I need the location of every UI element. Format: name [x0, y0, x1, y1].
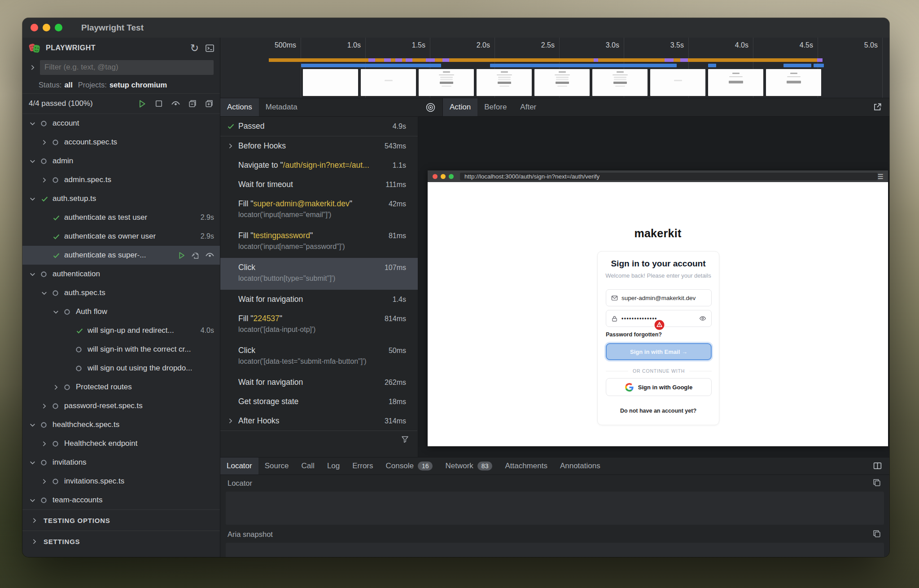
detail-tab-action[interactable]: Action	[443, 98, 477, 116]
chevron-down-icon[interactable]	[40, 289, 52, 297]
pick-locator-button[interactable]	[418, 98, 443, 116]
tree-item[interactable]: team-accounts	[22, 491, 220, 510]
film-strip-frame[interactable]	[303, 69, 358, 96]
chevron-right-icon[interactable]	[40, 478, 52, 485]
chevron-right-icon[interactable]	[40, 402, 52, 410]
action-item[interactable]: Get storage state18ms	[220, 392, 418, 411]
tree-item[interactable]: account.spec.ts	[22, 133, 220, 152]
no-account-link[interactable]: Do not have an account yet?	[598, 408, 719, 414]
bottom-tab-console[interactable]: Console16	[380, 457, 439, 475]
tree-item[interactable]: will sign-in with the correct cr...	[22, 340, 220, 359]
terminal-output-icon[interactable]	[205, 44, 214, 53]
filter-input[interactable]	[40, 60, 214, 75]
filter-actions-icon[interactable]	[401, 435, 409, 444]
action-item[interactable]: Wait for navigation1.4s	[220, 290, 418, 309]
tree-item[interactable]: account	[22, 114, 220, 133]
film-strip-frame[interactable]	[766, 69, 821, 96]
tree-item[interactable]: Healthcheck endpoint	[22, 434, 220, 453]
film-strip-frame[interactable]	[361, 69, 416, 96]
action-item[interactable]: After Hooks314ms	[220, 411, 418, 431]
locator-editor[interactable]	[226, 492, 884, 525]
chevron-down-icon[interactable]	[29, 157, 40, 165]
tree-item[interactable]: admin.spec.ts	[22, 170, 220, 189]
reload-tests-icon[interactable]: ↻	[190, 43, 199, 53]
tree-item[interactable]: auth.spec.ts	[22, 283, 220, 302]
film-strip-frame[interactable]	[419, 69, 474, 96]
open-external-icon[interactable]	[873, 102, 882, 112]
chevron-down-icon[interactable]	[29, 120, 40, 127]
film-strip-frame[interactable]	[592, 69, 648, 96]
sign-in-google-button[interactable]: Sign in with Google	[606, 378, 712, 396]
tree-item[interactable]: Protected routes	[22, 378, 220, 396]
tree-item[interactable]: authenticate as owner user2.9s	[22, 227, 220, 246]
bottom-tab-network[interactable]: Network83	[439, 457, 499, 475]
close-window-button[interactable]	[31, 24, 38, 31]
browser-snapshot[interactable]: http://localhost:3000/auth/sign-in?next=…	[428, 170, 888, 446]
run-test-icon[interactable]	[177, 251, 186, 260]
minimize-window-button[interactable]	[43, 24, 50, 31]
action-item[interactable]: Navigate to "/auth/sign-in?next=/aut...1…	[220, 156, 418, 175]
action-item[interactable]: Click107mslocator('button[type="submit"]…	[220, 258, 418, 290]
tree-item[interactable]: invitations	[22, 453, 220, 472]
chevron-down-icon[interactable]	[29, 421, 40, 429]
tree-item[interactable]: invitations.spec.ts	[22, 472, 220, 491]
tree-item[interactable]: healthcheck.spec.ts	[22, 415, 220, 434]
detail-tab-after[interactable]: After	[513, 98, 543, 116]
bottom-tab-attachments[interactable]: Attachments	[499, 457, 554, 475]
sidebar-section-settings[interactable]: SETTINGS	[22, 531, 220, 552]
tree-item[interactable]: authentication	[22, 265, 220, 283]
run-all-icon[interactable]	[137, 99, 147, 109]
test-result-row[interactable]: Passed4.9s	[220, 117, 418, 136]
tree-item[interactable]: will sign out using the dropdo...	[22, 359, 220, 378]
bottom-tab-annotations[interactable]: Annotations	[554, 457, 607, 475]
film-strip-frame[interactable]	[477, 69, 532, 96]
chevron-down-icon[interactable]	[29, 195, 40, 203]
forgot-password-link[interactable]: Password forgotten?	[606, 331, 662, 338]
copy-aria-snapshot-icon[interactable]	[872, 529, 881, 538]
actions-tab-actions[interactable]: Actions	[220, 98, 259, 116]
tree-item[interactable]: authenticate as super-...	[22, 246, 220, 265]
action-item[interactable]: Before Hooks543ms	[220, 136, 418, 156]
chevron-right-icon[interactable]	[227, 417, 238, 425]
tree-item[interactable]: auth.setup.ts	[22, 189, 220, 208]
tree-item[interactable]: admin	[22, 152, 220, 170]
filter-status-line[interactable]: Status: all Projects: setup chromium	[22, 76, 220, 94]
show-source-icon[interactable]	[191, 251, 200, 260]
chevron-down-icon[interactable]	[29, 497, 40, 504]
action-item[interactable]: Wait for timeout111ms	[220, 175, 418, 194]
chevron-down-icon[interactable]	[52, 308, 64, 316]
sign-in-email-button[interactable]: Sign in with Email →	[606, 343, 712, 360]
tree-item[interactable]: password-reset.spec.ts	[22, 396, 220, 415]
bottom-tab-log[interactable]: Log	[321, 457, 346, 475]
collapse-all-icon[interactable]	[188, 99, 197, 108]
chevron-right-icon[interactable]	[52, 383, 64, 391]
chevron-down-icon[interactable]	[29, 459, 40, 466]
split-view-icon[interactable]	[873, 461, 882, 470]
timeline[interactable]: 500ms1.0s1.5s2.0s2.5s3.0s3.5s4.0s4.5s5.0…	[220, 38, 889, 98]
zoom-window-button[interactable]	[55, 24, 62, 31]
tree-item[interactable]: will sign-up and redirect...4.0s	[22, 321, 220, 340]
bottom-tab-source[interactable]: Source	[258, 457, 295, 475]
chevron-right-icon[interactable]	[29, 64, 36, 71]
film-strip-frame[interactable]	[650, 69, 705, 96]
film-strip-frame[interactable]	[534, 69, 590, 96]
detail-tab-before[interactable]: Before	[477, 98, 513, 116]
film-strip-frame[interactable]	[708, 69, 763, 96]
watch-all-icon[interactable]	[171, 99, 180, 109]
expand-all-icon[interactable]	[205, 99, 214, 108]
aria-snapshot-editor[interactable]	[226, 543, 884, 557]
chevron-right-icon[interactable]	[227, 142, 238, 150]
bottom-tab-call[interactable]: Call	[295, 457, 321, 475]
action-item[interactable]: Wait for navigation262ms	[220, 373, 418, 392]
actions-tab-metadata[interactable]: Metadata	[259, 98, 304, 116]
sidebar-section-testing-options[interactable]: TESTING OPTIONS	[22, 510, 220, 531]
chevron-right-icon[interactable]	[40, 139, 52, 146]
chevron-down-icon[interactable]	[29, 270, 40, 278]
show-password-icon[interactable]	[699, 315, 706, 322]
bottom-tab-locator[interactable]: Locator	[220, 457, 258, 475]
watch-test-icon[interactable]	[205, 251, 214, 260]
stop-icon[interactable]	[154, 99, 163, 108]
action-item[interactable]: Fill "testingpassword"81mslocator('input…	[220, 226, 418, 258]
chevron-right-icon[interactable]	[40, 176, 52, 184]
action-item[interactable]: Fill "super-admin@makerkit.dev"42mslocat…	[220, 194, 418, 226]
